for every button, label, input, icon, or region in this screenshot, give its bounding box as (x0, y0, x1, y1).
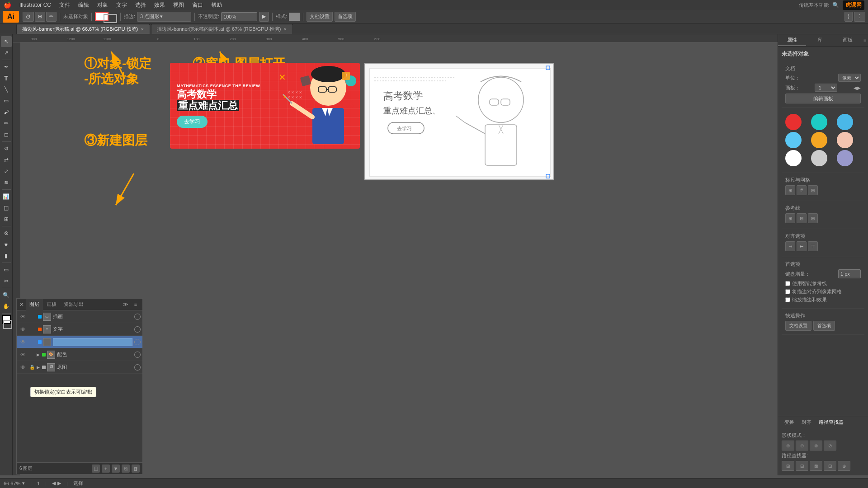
menu-edit[interactable]: 编辑 (75, 1, 93, 9)
guide-btn1[interactable]: ⊞ (785, 213, 795, 223)
tool-mesh[interactable]: ⊞ (1, 214, 12, 225)
ruler-btn[interactable]: ⊞ (785, 185, 795, 195)
layer-vis-chua[interactable]: 👁 (19, 314, 28, 320)
tool-zoom[interactable]: 🔍 (1, 290, 12, 300)
quick-preferences-btn[interactable]: 首选项 (813, 321, 835, 331)
search-icon[interactable]: 🔍 (832, 2, 839, 8)
show-fx-checkbox[interactable] (785, 297, 790, 302)
layer-expand-palette[interactable]: ▶ (37, 352, 40, 357)
menu-window[interactable]: 窗口 (189, 1, 207, 9)
apple-menu[interactable]: 🍎 (4, 1, 11, 9)
swatch-peach[interactable] (837, 132, 853, 148)
tool-rotate[interactable]: ↺ (1, 143, 12, 154)
menu-effects[interactable]: 效果 (151, 1, 169, 9)
opacity-input[interactable] (221, 12, 257, 21)
layer-row-text[interactable]: 👁 T 文字 (17, 323, 142, 336)
menu-text[interactable]: 文字 (113, 1, 131, 9)
swatch-light-gray[interactable] (811, 150, 827, 166)
layer-name-editing-input[interactable] (53, 338, 132, 346)
template-select[interactable]: 1 (815, 84, 837, 92)
new-layer-btn[interactable]: + (102, 465, 110, 473)
keyboard-increment-input[interactable] (838, 269, 861, 278)
quick-doc-settings-btn[interactable]: 文档设置 (785, 321, 811, 331)
layers-expand-btn[interactable]: ≫ (122, 300, 130, 309)
layer-row-editing[interactable]: 👁 (17, 336, 142, 348)
tool-rect[interactable]: ▭ (1, 95, 12, 106)
pf-btn2[interactable]: ⊟ (796, 461, 808, 471)
duplicate-layer-btn[interactable]: ⎘ (122, 465, 130, 473)
bottom-tab-transform[interactable]: 变换 (782, 418, 797, 427)
layer-row-original[interactable]: 👁 🔒 ▶ 🖼 原图 (17, 361, 142, 374)
opacity-stepper-up[interactable]: ▶ (259, 12, 269, 22)
layers-tab-layers[interactable]: 图层 (26, 299, 43, 310)
shape-exclude-btn[interactable]: ⊘ (824, 441, 836, 450)
bottom-tab-align[interactable]: 对齐 (799, 418, 814, 427)
pf-btn3[interactable]: ⊠ (810, 461, 822, 471)
edit-template-btn[interactable]: 编辑画板 (785, 94, 861, 103)
tool-column-graph[interactable]: ▮ (1, 250, 12, 261)
menu-file[interactable]: 文件 (56, 1, 74, 9)
stroke-selector[interactable]: 3 点圆形 ▾ (137, 12, 191, 22)
tab-1[interactable]: 插边风-banner演示稿.ai @ 66.67% (RGB/GPU 预览) ✕ (16, 24, 150, 34)
layer-expand-original[interactable]: ▶ (37, 365, 40, 370)
tool-pen[interactable]: ✒ (1, 61, 12, 72)
panel-menu-icon[interactable]: ≡ (863, 38, 866, 43)
tool-eraser[interactable]: ◻ (1, 129, 12, 140)
doc-settings-btn[interactable]: 文档设置 (307, 12, 333, 22)
menu-help[interactable]: 帮助 (208, 1, 226, 9)
arrange-btn[interactable]: ⊞ (35, 12, 45, 22)
options-btn[interactable]: ⋮ (854, 12, 865, 22)
swatch-blue[interactable] (837, 114, 853, 130)
guide-btn3[interactable]: ⊞ (808, 213, 818, 223)
template-arrows[interactable]: ◀▶ (854, 85, 861, 90)
layer-lock-original[interactable]: 🔒 (28, 365, 37, 370)
tool-reflect[interactable]: ⇄ (1, 155, 12, 165)
shape-minus-btn[interactable]: ⊖ (796, 441, 808, 450)
delete-layer-btn[interactable]: 🗑 (132, 465, 140, 473)
layer-vis-palette[interactable]: 👁 (19, 352, 28, 358)
right-tab-artboards[interactable]: 画板 (834, 34, 862, 46)
tool-graph[interactable]: 📊 (1, 191, 12, 202)
snap-btn1[interactable]: ⊣ (785, 241, 795, 251)
layer-row-chua[interactable]: 👁 ▭ 插画 (17, 310, 142, 323)
guide-btn2[interactable]: ⊟ (797, 213, 807, 223)
tool-select[interactable]: ↖ (1, 36, 12, 47)
tool-line[interactable]: ╲ (1, 84, 12, 95)
tool-hand[interactable]: ✋ (1, 301, 12, 312)
stroke-color-tool[interactable] (3, 320, 12, 329)
pixel-grid-btn[interactable]: ⊟ (808, 185, 818, 195)
tab-2[interactable]: 插边风-banner演示稿的副本.ai @ 67% (RGB/GPU 推演) ✕ (151, 24, 293, 34)
snap-btn2[interactable]: ⊢ (797, 241, 807, 251)
layer-vis-editing[interactable]: 👁 (19, 339, 28, 345)
align-stroke-checkbox[interactable] (785, 289, 790, 294)
tool-type[interactable]: T (1, 73, 12, 84)
swatch-orange[interactable] (811, 132, 827, 148)
menu-view[interactable]: 视图 (170, 1, 188, 9)
style-swatch[interactable] (289, 13, 300, 21)
preferences-btn[interactable]: 首选项 (335, 12, 356, 22)
tab-1-close[interactable]: ✕ (141, 27, 144, 32)
layers-tab-artboards[interactable]: 画板 (43, 299, 60, 310)
tool-warp[interactable]: ≋ (1, 177, 12, 188)
tool-paint-brush[interactable]: 🖌 (1, 107, 12, 117)
grid-btn[interactable]: # (797, 185, 807, 195)
bottom-tab-pathfinder[interactable]: 路径查找器 (816, 418, 846, 427)
tool-blend[interactable]: ⊗ (1, 228, 12, 239)
unit-select[interactable]: 像素 (838, 74, 861, 82)
nav-prev[interactable]: ◀ (52, 480, 56, 486)
tool-slice[interactable]: ✂ (1, 276, 12, 286)
snap-btn3[interactable]: ⊤ (808, 241, 818, 251)
menu-object[interactable]: 对象 (94, 1, 112, 9)
tool-symbol[interactable]: ★ (1, 239, 12, 250)
layer-vis-original[interactable]: 👁 (19, 364, 28, 371)
swatch-teal[interactable] (811, 114, 827, 130)
tool-artboard[interactable]: ▭ (1, 264, 12, 275)
layers-tab-export[interactable]: 资源导出 (60, 299, 87, 310)
swatch-red[interactable] (785, 114, 802, 130)
zoom-stepper[interactable]: ▾ (22, 480, 25, 486)
menu-select[interactable]: 选择 (132, 1, 150, 9)
tab-2-close[interactable]: ✕ (283, 27, 287, 32)
arrange-layout-btn[interactable]: ⟩ (844, 12, 853, 22)
pf-btn1[interactable]: ⊞ (782, 461, 794, 471)
pf-btn4[interactable]: ⊡ (824, 461, 836, 471)
